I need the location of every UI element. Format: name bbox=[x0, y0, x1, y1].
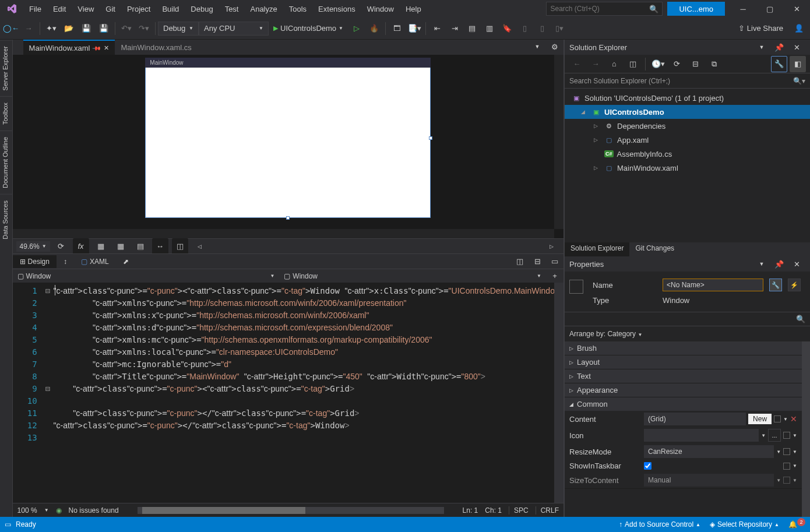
menu-analyze[interactable]: Analyze bbox=[244, 0, 283, 17]
new-item-button[interactable]: ✦▾ bbox=[43, 20, 59, 37]
assemblyinfo-node[interactable]: C# AssemblyInfo.cs bbox=[565, 147, 810, 161]
swap-panes-button[interactable]: ↕ bbox=[57, 255, 74, 268]
pin-icon[interactable]: 📌 bbox=[771, 40, 787, 55]
grid-icon[interactable]: ▦ bbox=[93, 238, 109, 255]
breadcrumb-2[interactable]: ▢Window▼ bbox=[279, 272, 546, 280]
browse-button[interactable]: 🗔 bbox=[389, 20, 405, 37]
tool-button-2[interactable]: 📑▾ bbox=[406, 20, 422, 37]
menu-tools[interactable]: Tools bbox=[283, 0, 312, 17]
tab-overflow-button[interactable]: ▼ bbox=[529, 40, 545, 55]
breadcrumb-1[interactable]: ▢Window▼ bbox=[13, 272, 280, 280]
project-node[interactable]: ◢ ▣ UIControlsDemo bbox=[565, 105, 810, 119]
back-icon[interactable]: ← bbox=[569, 56, 585, 72]
menu-debug[interactable]: Debug bbox=[185, 0, 219, 17]
new-button[interactable]: New bbox=[748, 414, 772, 424]
popout-button[interactable]: ⬈ bbox=[116, 255, 136, 268]
xaml-subtab[interactable]: ▢XAML bbox=[74, 255, 116, 268]
resize-handle[interactable] bbox=[429, 136, 432, 140]
panel-dropdown-icon[interactable]: ▼ bbox=[753, 40, 770, 55]
properties-scrollbar[interactable] bbox=[802, 341, 810, 517]
bookmark-next-button[interactable]: ▯ bbox=[534, 20, 550, 37]
cat-brush[interactable]: ▷Brush bbox=[565, 341, 802, 355]
marker-icon[interactable] bbox=[774, 415, 781, 422]
maximize-button[interactable]: ▢ bbox=[756, 0, 783, 17]
git-changes-tab[interactable]: Git Changes bbox=[629, 242, 680, 256]
menu-file[interactable]: File bbox=[23, 0, 47, 17]
solution-search[interactable]: Search Solution Explorer (Ctrl+;) 🔍▾ bbox=[565, 73, 810, 89]
editor-scrollbar-h[interactable] bbox=[138, 507, 444, 514]
tool-btn-2[interactable]: ◫ bbox=[172, 238, 188, 255]
sync-icon[interactable]: ⟳ bbox=[668, 56, 685, 72]
hot-reload-button[interactable]: 🔥 bbox=[366, 20, 382, 37]
eol-indicator[interactable]: CRLF bbox=[536, 506, 559, 515]
select-repository[interactable]: ◈Select Repository▲ bbox=[705, 517, 784, 532]
editor-scrollbar-v[interactable] bbox=[554, 283, 564, 503]
reset-icon[interactable]: ✕ bbox=[790, 414, 797, 424]
undo-button[interactable]: ↶▾ bbox=[118, 20, 135, 37]
indent-right-button[interactable]: ⇥ bbox=[446, 20, 463, 37]
menu-view[interactable]: View bbox=[72, 0, 100, 17]
resize-handle[interactable] bbox=[286, 216, 290, 220]
browse-button[interactable]: ... bbox=[768, 429, 781, 442]
close-button[interactable]: ✕ bbox=[783, 0, 810, 17]
redo-button[interactable]: ↷▾ bbox=[136, 20, 152, 37]
comment-button[interactable]: ▤ bbox=[464, 20, 480, 37]
save-button[interactable]: 💾 bbox=[78, 20, 94, 37]
fold-gutter[interactable]: ⊟⊟ bbox=[42, 283, 54, 503]
content-value[interactable]: (Grid) bbox=[644, 413, 746, 425]
sizetocontent-combo[interactable]: Manual bbox=[644, 474, 774, 487]
resizemode-combo[interactable]: CanResize bbox=[644, 445, 774, 458]
properties-search[interactable]: 🔍 bbox=[565, 312, 810, 326]
arrange-by-combo[interactable]: Arrange by: Category ▼ bbox=[565, 326, 810, 341]
split-mode-2[interactable]: ⊟ bbox=[529, 253, 545, 270]
scroll-right-icon[interactable]: ▷ bbox=[543, 238, 559, 255]
bookmark-clear-button[interactable]: ▯▾ bbox=[551, 20, 568, 37]
mainwindow-xaml-node[interactable]: ▷ ▢ MainWindow.xaml bbox=[565, 161, 810, 175]
menu-window[interactable]: Window bbox=[361, 0, 400, 17]
menu-extensions[interactable]: Extensions bbox=[312, 0, 361, 17]
menu-project[interactable]: Project bbox=[121, 0, 156, 17]
pending-changes-icon[interactable]: 🕓▾ bbox=[650, 56, 666, 72]
menu-help[interactable]: Help bbox=[400, 0, 427, 17]
col-indicator[interactable]: Ch: 1 bbox=[485, 506, 502, 515]
xaml-editor[interactable]: 12345678910111213 ⊟⊟ "c-attr">class"c-pu… bbox=[13, 283, 564, 503]
bookmark-prev-button[interactable]: ▯ bbox=[516, 20, 533, 37]
bookmark-button[interactable]: 🔖 bbox=[499, 20, 515, 37]
designer-scrollbar-v[interactable] bbox=[554, 55, 564, 229]
start-debug-button[interactable]: ▶UIControlsDemo ▼ bbox=[269, 20, 348, 37]
refresh-icon[interactable]: ⟳ bbox=[53, 238, 69, 255]
scroll-left-icon[interactable]: ◁ bbox=[192, 238, 208, 255]
toolbox-tab[interactable]: Toolbox bbox=[0, 96, 12, 131]
cat-common[interactable]: ◢Common bbox=[565, 397, 802, 411]
account-button[interactable]: 👤 bbox=[791, 20, 807, 37]
home-icon[interactable]: ⌂ bbox=[606, 56, 622, 72]
preview-button[interactable]: ◧ bbox=[790, 56, 806, 72]
marker-icon[interactable] bbox=[783, 463, 790, 470]
properties-mode-button[interactable]: 🔧 bbox=[769, 279, 782, 291]
design-subtab[interactable]: ⊞Design bbox=[13, 255, 57, 268]
server-explorer-tab[interactable]: Server Explorer bbox=[0, 40, 12, 96]
nav-back-button[interactable]: ◯← bbox=[3, 20, 19, 37]
editor-zoom[interactable]: 100 % bbox=[17, 506, 37, 515]
uncomment-button[interactable]: ▥ bbox=[481, 20, 498, 37]
dependencies-node[interactable]: ▷ ⚙ Dependencies bbox=[565, 119, 810, 133]
collapse-icon[interactable]: ⊟ bbox=[687, 56, 703, 72]
marker-icon[interactable] bbox=[783, 477, 790, 484]
cat-text[interactable]: ▷Text bbox=[565, 369, 802, 383]
code-area[interactable]: "c-attr">class"c-punc">="c-punc"><"c-att… bbox=[54, 283, 564, 503]
menu-git[interactable]: Git bbox=[100, 0, 121, 17]
solution-node[interactable]: ▣ Solution 'UIControlsDemo' (1 of 1 proj… bbox=[565, 91, 810, 105]
property-categories[interactable]: ▷Brush ▷Layout ▷Text ▷Appearance ◢Common… bbox=[565, 341, 802, 517]
icon-value[interactable] bbox=[644, 429, 759, 442]
pin-icon[interactable]: 📌 bbox=[92, 43, 101, 52]
data-sources-tab[interactable]: Data Sources bbox=[0, 194, 12, 245]
tab-mainwindow-xaml[interactable]: MainWindow.xaml 📌 ✕ bbox=[23, 40, 115, 55]
add-button[interactable]: + bbox=[547, 268, 563, 284]
tool-btn-1[interactable]: ↔ bbox=[152, 238, 168, 255]
name-input[interactable] bbox=[663, 279, 763, 291]
guides-icon[interactable]: ▤ bbox=[132, 238, 149, 255]
issues-label[interactable]: No issues found bbox=[69, 506, 119, 515]
document-outline-tab[interactable]: Document Outline bbox=[0, 131, 12, 194]
live-share-button[interactable]: ⇧ Live Share bbox=[731, 24, 790, 33]
split-mode-3[interactable]: ▭ bbox=[547, 253, 563, 270]
